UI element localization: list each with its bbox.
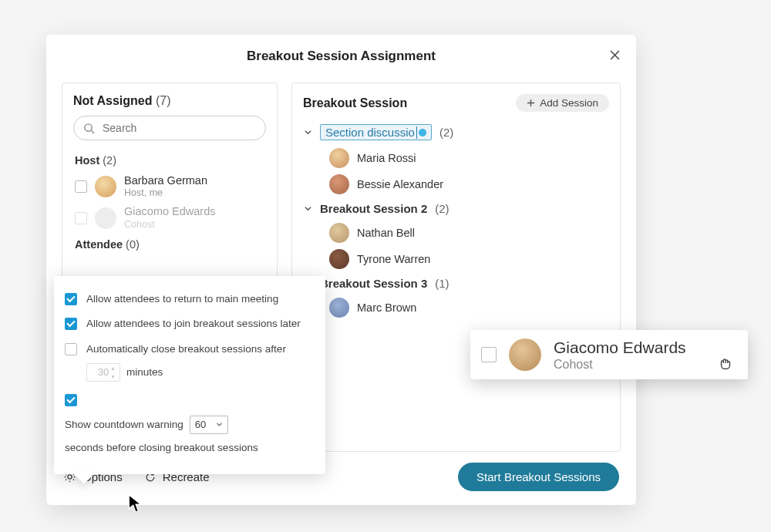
attendee-group-label: Attendee (0) (75, 238, 266, 251)
cursor-icon (127, 493, 144, 513)
person-name: Giacomo Edwards (124, 205, 215, 218)
not-assigned-title: Not Assigned (7) (73, 94, 266, 108)
person-name: Maria Rossi (357, 152, 416, 164)
dialog-title: Breakout Session Assignment (247, 49, 436, 63)
checkbox[interactable] (75, 212, 87, 224)
option-return-main[interactable]: Allow attendees to return to main meetin… (65, 287, 315, 311)
drag-person-card[interactable]: Giacomo Edwards Cohost (470, 330, 748, 379)
plus-icon (527, 99, 535, 107)
host-group-label: Host (2) (75, 154, 266, 167)
option-countdown[interactable]: Show countdown warning 60 seconds before… (65, 388, 315, 460)
avatar (329, 298, 349, 318)
session-header[interactable]: Breakout Session 2 (2) (303, 197, 609, 220)
session-count: (2) (439, 126, 453, 139)
list-item[interactable]: Nathan Bell (329, 220, 609, 246)
person-name: Giacomo Edwards (554, 338, 686, 357)
checkbox[interactable] (75, 180, 87, 193)
person-role: Cohost (124, 219, 215, 231)
person-name: Tyrone Warren (357, 253, 430, 265)
svg-point-1 (68, 475, 72, 479)
session-name: Breakout Session 3 (320, 277, 427, 290)
session-header[interactable]: Breakout Session 3 (1) (303, 272, 609, 295)
option-join-later[interactable]: Allow attendees to join breakout session… (65, 311, 315, 336)
person-name: Bessie Alexander (357, 178, 443, 190)
list-item[interactable]: Marc Brown (329, 295, 609, 321)
list-item[interactable]: Tyrone Warren (329, 246, 609, 272)
person-name: Nathan Bell (357, 227, 415, 239)
list-item[interactable]: Maria Rossi (329, 145, 609, 171)
breakout-title: Breakout Session (303, 96, 407, 110)
list-item[interactable]: Bessie Alexander (329, 171, 609, 197)
option-auto-close[interactable]: Automatically close breakout sessions af… (65, 337, 315, 362)
chevron-down-icon (303, 204, 312, 214)
seconds-select[interactable]: 60 (190, 416, 228, 434)
chevron-up-icon[interactable]: ▲ (110, 365, 118, 371)
avatar (95, 207, 116, 229)
session-members: Maria Rossi Bessie Alexander (303, 145, 609, 197)
session-name: Breakout Session 2 (320, 202, 427, 215)
session-members: Nathan Bell Tyrone Warren (303, 220, 609, 272)
search-icon (83, 123, 95, 134)
checkbox[interactable] (65, 343, 77, 355)
start-sessions-button[interactable]: Start Breakout Sessions (458, 463, 619, 491)
avatar (95, 176, 116, 197)
options-popup: Allow attendees to return to main meetin… (54, 276, 325, 474)
person-name: Marc Brown (357, 301, 416, 314)
person-role: Cohost (554, 357, 686, 372)
search-field[interactable] (101, 121, 256, 135)
minutes-stepper[interactable]: 30 ▲▼ (86, 363, 120, 382)
chevron-down-icon (216, 421, 223, 428)
session-header[interactable]: Section discussio (2) (303, 120, 609, 145)
avatar (329, 223, 349, 243)
session-name-input[interactable]: Section discussio (320, 124, 432, 140)
option-auto-close-value: 30 ▲▼ minutes (86, 362, 315, 388)
chevron-down-icon[interactable]: ▼ (110, 374, 118, 379)
person-role: Host, me (124, 187, 207, 199)
avatar (329, 249, 349, 269)
svg-point-0 (85, 123, 92, 130)
avatar (509, 338, 541, 371)
chevron-down-icon (303, 128, 312, 137)
person-name: Barbara German (124, 174, 207, 187)
breakout-panel: Breakout Session Add Session Section dis… (291, 82, 621, 452)
list-item[interactable]: Giacomo Edwards Cohost (73, 202, 266, 233)
grab-cursor-icon (717, 355, 734, 372)
search-input[interactable] (73, 116, 266, 140)
checkbox[interactable] (65, 293, 77, 305)
list-item[interactable]: Barbara German Host, me (73, 171, 266, 202)
avatar (329, 174, 349, 194)
close-icon (610, 50, 620, 60)
session-members: Marc Brown (303, 295, 609, 321)
close-button[interactable] (605, 45, 624, 64)
session-count: (2) (435, 202, 449, 215)
checkbox[interactable] (481, 347, 497, 362)
checkbox[interactable] (65, 394, 77, 406)
session-count: (1) (435, 277, 449, 290)
add-session-button[interactable]: Add Session (516, 94, 609, 112)
avatar (329, 148, 349, 168)
dialog-header: Breakout Session Assignment (46, 35, 636, 70)
checkbox[interactable] (65, 318, 77, 330)
breakout-title-row: Breakout Session Add Session (303, 94, 609, 112)
